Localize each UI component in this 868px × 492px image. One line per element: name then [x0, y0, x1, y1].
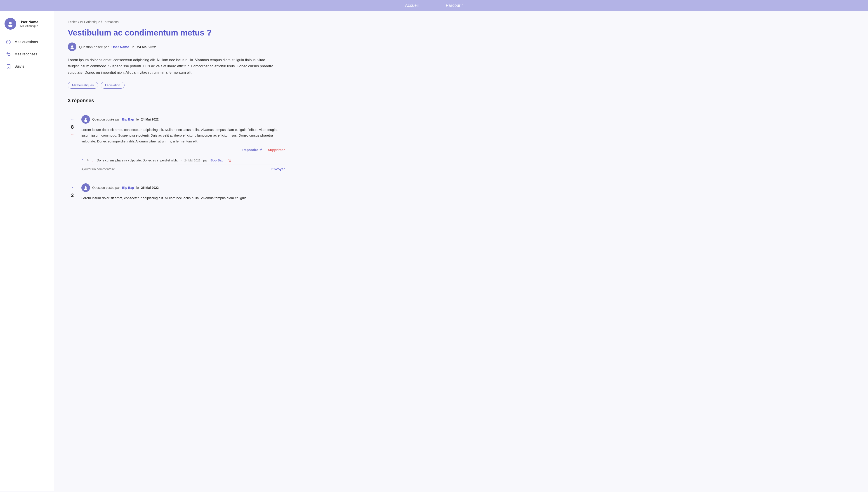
divider — [68, 108, 285, 108]
answer-text-2: Lorem ipsum dolor sit amet, consectetur … — [81, 195, 285, 201]
answer-meta-middle-1: le — [136, 118, 139, 121]
answer-author-avatar-2 — [81, 183, 90, 192]
svg-point-3 — [71, 45, 73, 47]
reply-icon — [5, 51, 11, 57]
answer-author-name-1[interactable]: Bip Bap — [122, 118, 134, 121]
comment-vote-count-1: 4 — [87, 158, 88, 162]
main-content: Ecoles / IMT Atlantique / Formations Ves… — [54, 11, 868, 491]
user-section: User Name IMT Atlantique — [0, 18, 54, 36]
user-org: IMT Atlantique — [20, 24, 39, 28]
answer-card-2: ⌃ 2 Question posée par Bip Bap le — [68, 183, 285, 205]
svg-point-6 — [84, 120, 87, 122]
answer-meta-prefix-2: Question posée par — [92, 186, 120, 190]
comment-delete-icon-1[interactable]: 🗑 — [228, 158, 232, 162]
answer-author-name-2[interactable]: Bip Bap — [122, 186, 134, 190]
add-comment-row-1: Envoyer — [81, 165, 285, 174]
answer-meta-2: Question posée par Bip Bap le 25 Mai 202… — [81, 183, 285, 192]
answer-text-1: Lorem ipsum dolor sit amet, consectetur … — [81, 127, 285, 144]
comment-separator-1: - — [181, 158, 182, 162]
delete-button-1[interactable]: Supprimer — [268, 148, 285, 152]
user-info: User Name IMT Atlantique — [20, 20, 39, 28]
answer-date-1: 24 Mai 2022 — [141, 118, 159, 121]
sidebar-nav: Mes questions Mes réponses Suivis — [0, 36, 54, 72]
comment-text-1: Done cursus pharetra vulputate. Donec eu… — [97, 158, 178, 162]
add-comment-input-1[interactable] — [81, 167, 272, 171]
top-navigation: Accueil Parcourir — [0, 0, 868, 11]
svg-point-5 — [85, 118, 86, 120]
question-circle-icon — [5, 39, 11, 45]
svg-point-1 — [8, 25, 12, 27]
vote-count-2: 2 — [71, 192, 74, 198]
sidebar-item-suivis[interactable]: Suivis — [2, 61, 52, 72]
comment-date-1: 24 Mai 2022 — [184, 159, 201, 162]
answer-author-avatar-1 — [81, 115, 90, 124]
vote-count-1: 8 — [71, 124, 74, 130]
meta-middle: le — [132, 45, 134, 49]
sidebar-item-mes-questions[interactable]: Mes questions — [2, 36, 52, 48]
vote-up-button-2[interactable]: ⌃ — [71, 187, 74, 191]
svg-point-4 — [71, 48, 74, 49]
answer-body-2: Question posée par Bip Bap le 25 Mai 202… — [81, 183, 285, 205]
breadcrumb: Ecoles / IMT Atlantique / Formations — [68, 20, 854, 24]
answer-meta-middle-2: le — [136, 186, 139, 190]
vote-column-2: ⌃ 2 — [68, 183, 77, 205]
sidebar: User Name IMT Atlantique Mes questions — [0, 11, 54, 491]
answer-meta-prefix-1: Question posée par — [92, 118, 120, 121]
vote-column-1: ⌃ 8 ⌄ — [68, 115, 77, 174]
responses-section: 3 réponses ⌃ 8 ⌄ — [68, 98, 285, 205]
comment-row-1: ⌃ 4 ⌄ Done cursus pharetra vulputate. Do… — [81, 155, 285, 162]
responses-count: 3 réponses — [68, 98, 285, 103]
answer-date-2: 25 Mai 2022 — [141, 186, 159, 190]
svg-point-7 — [85, 186, 86, 188]
svg-point-8 — [84, 188, 87, 190]
reply-icon: ↵ — [259, 148, 262, 152]
tags-container: Mathématiques Législation — [68, 82, 854, 89]
answer-card-1: ⌃ 8 ⌄ Question posée par Bip Bap — [68, 115, 285, 174]
reply-label-1: Répondre — [242, 148, 258, 152]
sidebar-item-label: Mes questions — [15, 40, 38, 44]
question-meta: Question posée par User Name le 24 Mai 2… — [68, 43, 854, 51]
meta-prefix: Question posée par — [79, 45, 109, 49]
question-date: 24 Mai 2022 — [137, 45, 156, 49]
tag-mathematiques[interactable]: Mathématiques — [68, 82, 98, 89]
answer-body-1: Question posée par Bip Bap le 24 Mai 202… — [81, 115, 285, 174]
question-body: Lorem ipsum dolor sit amet, consectetur … — [68, 57, 276, 75]
reply-button-1[interactable]: Répondre ↵ — [242, 148, 262, 152]
comment-content-1: ⌃ 4 ⌄ Done cursus pharetra vulputate. Do… — [81, 158, 285, 162]
svg-point-0 — [9, 22, 11, 24]
delete-label-1: Supprimer — [268, 148, 285, 152]
sidebar-item-label: Mes réponses — [15, 52, 37, 56]
comment-par-1: par — [203, 158, 208, 162]
question-author-avatar — [68, 43, 76, 51]
answer-meta-1: Question posée par Bip Bap le 24 Mai 202… — [81, 115, 285, 124]
answer-actions-1: Répondre ↵ Supprimer — [81, 148, 285, 152]
comment-author-1[interactable]: Bop Bap — [210, 158, 224, 162]
user-name: User Name — [20, 20, 39, 24]
sidebar-item-label: Suivis — [15, 65, 24, 69]
bookmark-icon — [5, 64, 11, 69]
comment-vote-up-1[interactable]: ⌃ — [81, 158, 84, 162]
nav-accueil[interactable]: Accueil — [405, 3, 418, 8]
question-title: Vestibulum ac condimentum metus ? — [68, 28, 854, 38]
question-author-name[interactable]: User Name — [111, 45, 129, 49]
nav-parcourir[interactable]: Parcourir — [446, 3, 463, 8]
user-avatar — [4, 18, 16, 30]
sidebar-item-mes-reponses[interactable]: Mes réponses — [2, 49, 52, 60]
vote-down-button-1[interactable]: ⌄ — [71, 131, 74, 136]
tag-legislation[interactable]: Législation — [101, 82, 125, 89]
send-button-1[interactable]: Envoyer — [272, 167, 285, 171]
vote-up-button-1[interactable]: ⌃ — [71, 118, 74, 123]
comment-vote-down-1[interactable]: ⌄ — [91, 158, 94, 162]
